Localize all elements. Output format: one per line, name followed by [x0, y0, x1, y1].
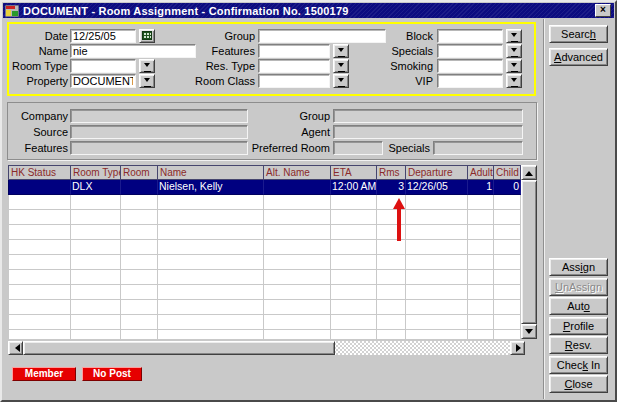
calendar-button[interactable] — [139, 29, 155, 43]
grid-empty-cell — [377, 225, 406, 240]
property-field[interactable] — [70, 74, 136, 88]
vertical-scroll-thumb[interactable] — [521, 180, 537, 324]
cell-departure: 12/26/05 — [406, 180, 468, 195]
grid-empty-row[interactable] — [9, 240, 521, 255]
grid-empty-cell — [71, 255, 121, 270]
grid-empty-cell — [264, 300, 331, 315]
room-type-dropdown-button[interactable] — [139, 59, 155, 73]
date-field[interactable] — [70, 29, 136, 43]
auto-button[interactable]: Auto — [549, 297, 608, 315]
grid-empty-row[interactable] — [9, 270, 521, 285]
smoking-dropdown-button[interactable] — [506, 59, 522, 73]
close-icon[interactable]: × — [595, 4, 611, 17]
grid-empty-cell — [377, 300, 406, 315]
block-dropdown-button[interactable] — [506, 29, 522, 43]
grid-empty-cell — [158, 255, 264, 270]
grid-empty-row[interactable] — [9, 255, 521, 270]
dropdown-icon-bar — [338, 56, 345, 57]
grid-empty-row[interactable] — [9, 300, 521, 315]
grid-empty-cell — [468, 330, 494, 339]
grid-empty-cell — [264, 195, 331, 210]
grid-empty-cell — [9, 240, 71, 255]
scroll-right-button[interactable] — [510, 341, 525, 355]
specials-dropdown-button[interactable] — [506, 44, 522, 58]
grid-empty-cell — [468, 225, 494, 240]
grid-empty-cell — [331, 225, 377, 240]
dropdown-icon — [144, 78, 150, 85]
scroll-up-button[interactable] — [521, 165, 537, 180]
search-button[interactable]: Search — [549, 25, 608, 43]
grid-empty-cell — [9, 300, 71, 315]
smoking-label: Smoking — [347, 59, 433, 73]
grid-empty-cell — [121, 285, 158, 300]
no-post-lamp[interactable]: No Post — [82, 367, 142, 381]
dropdown-icon — [338, 48, 344, 55]
close-button[interactable]: Close — [549, 375, 608, 393]
name-field[interactable] — [70, 44, 196, 58]
grid-empty-cell — [331, 240, 377, 255]
resv-button[interactable]: Resv. — [549, 336, 608, 354]
grid-empty-row[interactable] — [9, 330, 521, 339]
column-header-adult: Adult — [468, 166, 494, 180]
room-class-field[interactable] — [258, 74, 330, 88]
grid-empty-cell — [71, 195, 121, 210]
grid-empty-cell — [331, 270, 377, 285]
horizontal-scroll-thumb[interactable] — [23, 341, 335, 355]
dropdown-icon — [338, 63, 344, 70]
grid-empty-row[interactable] — [9, 195, 521, 210]
grid-empty-row[interactable] — [9, 285, 521, 300]
grid-empty-row[interactable] — [9, 210, 521, 225]
grid-empty-row[interactable] — [9, 315, 521, 330]
specials-info-label: Specials — [352, 141, 430, 155]
agent-label: Agent — [250, 125, 330, 139]
smoking-field[interactable] — [437, 59, 503, 73]
column-header-eta: ETA — [331, 166, 377, 180]
grid-empty-cell — [264, 285, 331, 300]
res-type-field[interactable] — [258, 59, 330, 73]
grid-empty-cell — [158, 195, 264, 210]
grid-empty-cell — [331, 195, 377, 210]
grid-empty-cell — [264, 255, 331, 270]
grid-empty-cell — [468, 255, 494, 270]
grid-vertical-scrollbar[interactable] — [521, 165, 537, 339]
column-header-departure: Departure — [406, 166, 468, 180]
scroll-right-icon — [516, 344, 525, 352]
unassign-button[interactable]: UnAssign — [549, 278, 608, 296]
grid-empty-cell — [468, 270, 494, 285]
advanced-button[interactable]: Advanced — [549, 48, 608, 66]
selected-reservation-row[interactable]: DLX Nielsen, Kelly 12:00 AM 3 12/26/05 1… — [8, 180, 521, 195]
vip-dropdown-button[interactable] — [506, 74, 522, 88]
features-field[interactable] — [258, 44, 330, 58]
scroll-left-button[interactable] — [8, 341, 23, 355]
block-field[interactable] — [437, 29, 503, 43]
grid-empty-cell — [468, 210, 494, 225]
scroll-down-button[interactable] — [521, 324, 537, 339]
grid-empty-cell — [468, 240, 494, 255]
column-header-child: Child — [494, 166, 521, 180]
scroll-up-icon — [525, 167, 533, 176]
assign-button[interactable]: Assign — [549, 258, 608, 276]
grid-empty-cell — [121, 195, 158, 210]
grid-empty-cell — [494, 330, 521, 339]
check-in-button[interactable]: Check In — [549, 356, 608, 374]
room-type-field[interactable] — [70, 59, 136, 73]
grid-empty-cell — [121, 300, 158, 315]
cell-alt-name — [264, 180, 331, 195]
group-info-label: Group — [250, 109, 330, 123]
vip-field[interactable] — [437, 74, 503, 88]
specials-field[interactable] — [437, 44, 503, 58]
profile-button[interactable]: Profile — [549, 317, 608, 335]
grid-empty-row[interactable] — [9, 225, 521, 240]
dropdown-icon-bar — [144, 86, 151, 87]
panel-divider — [543, 19, 545, 399]
date-label: Date — [6, 29, 68, 43]
grid-empty-cell — [9, 330, 71, 339]
grid-empty-cell — [494, 270, 521, 285]
specials-info-value — [433, 141, 523, 155]
grid-horizontal-scrollbar[interactable] — [8, 341, 525, 355]
property-dropdown-button[interactable] — [139, 74, 155, 88]
vip-label: VIP — [347, 74, 433, 88]
member-lamp[interactable]: Member — [12, 367, 76, 381]
features-label: Features — [192, 44, 255, 58]
grid-empty-cell — [406, 255, 468, 270]
